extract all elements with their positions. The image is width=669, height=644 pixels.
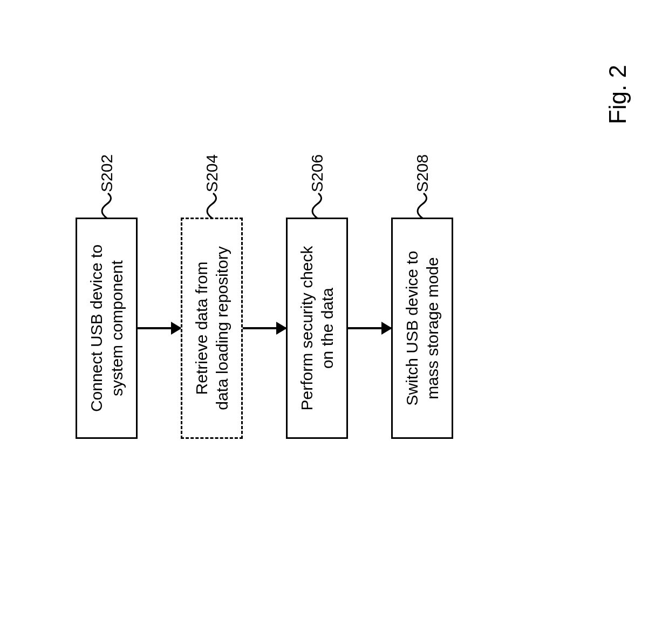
step-label-s206: S206: [306, 154, 328, 219]
connector-curve: [412, 192, 433, 219]
step-text: Switch USB device to mass storage mode: [402, 251, 442, 406]
connector-curve: [96, 192, 118, 219]
step-text-line2: on the data: [318, 288, 336, 369]
step-box-s202: Connect USB device to system component S…: [76, 218, 138, 439]
step-label-s208: S208: [412, 154, 433, 219]
step-text-line1: Perform security check: [298, 246, 316, 410]
figure-caption: Fig. 2: [604, 65, 631, 124]
step-box-s208: Switch USB device to mass storage mode S…: [391, 218, 453, 439]
step-text-line2: mass storage mode: [424, 257, 441, 399]
step-text-line1: Retrieve data from: [193, 262, 210, 395]
step-text: Retrieve data from data loading reposito…: [192, 246, 232, 410]
step-text-line2: data loading repository: [213, 246, 231, 410]
flowchart: Connect USB device to system component S…: [76, 218, 453, 439]
step-id: S204: [202, 154, 222, 192]
step-box-s206: Perform security check on the data S206: [286, 218, 348, 439]
step-id: S208: [412, 154, 433, 192]
step-text-line1: Switch USB device to: [403, 251, 421, 406]
step-text-line2: system component: [108, 260, 126, 396]
flow-arrow: [348, 327, 391, 329]
step-id: S206: [307, 154, 327, 192]
flow-arrow: [243, 327, 286, 329]
step-id: S202: [97, 154, 117, 192]
step-label-s202: S202: [96, 154, 118, 219]
step-label-s204: S204: [201, 154, 223, 219]
step-text: Connect USB device to system component: [86, 245, 127, 412]
connector-curve: [201, 192, 223, 219]
connector-curve: [306, 192, 328, 219]
flow-arrow: [138, 327, 181, 329]
step-text: Perform security check on the data: [297, 246, 337, 410]
step-box-s204: Retrieve data from data loading reposito…: [181, 218, 243, 439]
step-text-line1: Connect USB device to: [87, 245, 105, 412]
